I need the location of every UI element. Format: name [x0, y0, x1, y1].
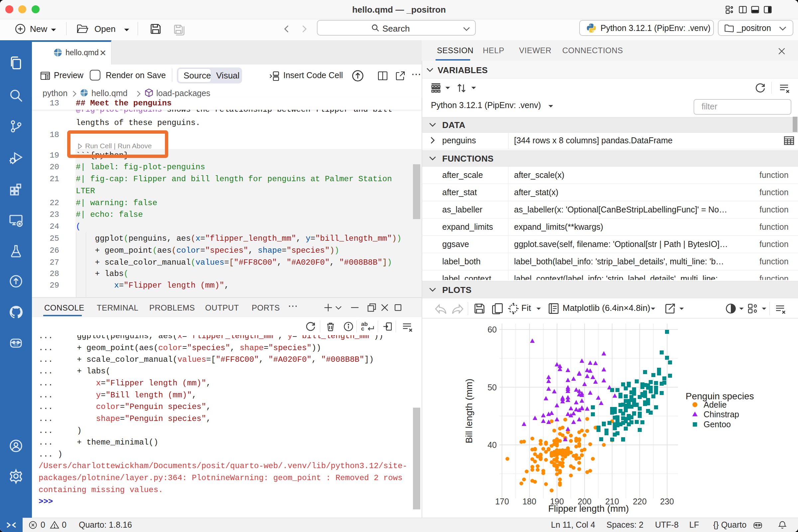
svg-text:50: 50 [488, 383, 497, 392]
svg-text:Flipper length (mm): Flipper length (mm) [548, 504, 629, 514]
svg-text:230: 230 [660, 497, 674, 506]
svg-text:Adelie: Adelie [704, 400, 727, 409]
svg-text:Chinstrap: Chinstrap [704, 410, 739, 419]
svg-text:180: 180 [522, 497, 536, 506]
svg-text:40: 40 [488, 440, 497, 450]
svg-text:Gentoo: Gentoo [704, 420, 731, 429]
svg-text:Bill length (mm): Bill length (mm) [464, 379, 474, 443]
svg-text:220: 220 [633, 497, 647, 506]
svg-text:60: 60 [488, 325, 497, 334]
svg-text:170: 170 [495, 497, 509, 506]
